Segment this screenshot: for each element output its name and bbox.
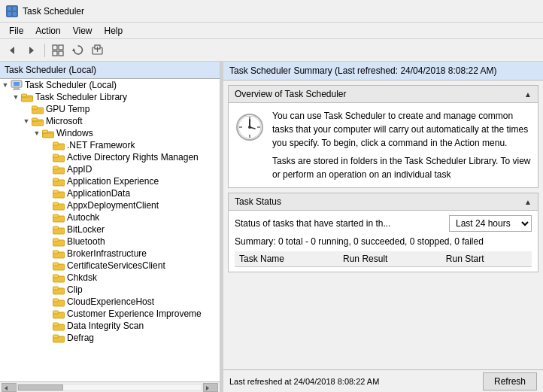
tree-item[interactable]: Bluetooth [0, 236, 220, 248]
svg-rect-60 [53, 323, 59, 326]
refresh-toolbar-button[interactable] [68, 42, 86, 59]
tree-item-label: Windows [56, 128, 93, 138]
tree-item[interactable]: Customer Experience Improveme [0, 308, 220, 320]
tree-item[interactable]: ▼ Microsoft [0, 115, 220, 127]
status-filter-label: Status of tasks that have started in th.… [235, 218, 443, 229]
menu-file[interactable]: File [3, 24, 29, 38]
svg-marker-63 [5, 386, 8, 390]
tree-item[interactable]: CloudExperienceHost [0, 296, 220, 308]
overview-text-2: Tasks are stored in folders in the Task … [272, 154, 532, 181]
tree-item[interactable]: AppxDeploymentClient [0, 199, 220, 211]
tree-item-label: Autochk [67, 212, 99, 223]
status-bar: Last refreshed at 24/04/2018 8:08:22 AM … [223, 369, 543, 392]
back-button[interactable] [3, 42, 21, 59]
svg-rect-36 [53, 178, 59, 181]
right-pane-body[interactable]: Overview of Task Scheduler ▲ [223, 81, 543, 369]
right-pane-header: Task Scheduler Summary (Last refreshed: … [223, 62, 543, 81]
tree-item-label: CloudExperienceHost [67, 296, 154, 307]
tree-item[interactable]: AppID [0, 163, 220, 175]
svg-rect-62 [53, 335, 59, 338]
tree-item[interactable]: ▼ Windows [0, 127, 220, 139]
tree-expand-arrow[interactable]: ▼ [21, 117, 32, 125]
refresh-button[interactable]: Refresh [483, 372, 537, 390]
hscroll-right-arrow[interactable] [203, 383, 218, 392]
export-button[interactable] [88, 42, 106, 59]
tree-item[interactable]: GPU Temp [0, 103, 220, 115]
tree-item[interactable]: ApplicationData [0, 187, 220, 199]
tree-item[interactable]: ▼ Task Scheduler Library [0, 91, 220, 103]
overview-section-body: You can use Task Scheduler to create and… [228, 103, 538, 188]
tree-view[interactable]: ▼ Task Scheduler (Local)▼ Task Scheduler… [0, 79, 220, 381]
tree-item[interactable]: BrokerInfrastructure [0, 248, 220, 260]
tree-item-label: Microsoft [46, 116, 83, 126]
time-range-dropdown[interactable]: Last hourLast 24 hoursLast 7 daysLast 30… [449, 215, 532, 232]
tree-expand-arrow[interactable]: ▼ [32, 129, 42, 137]
svg-rect-42 [53, 214, 59, 217]
svg-rect-17 [13, 89, 20, 90]
svg-rect-2 [8, 12, 11, 16]
menu-action[interactable]: Action [29, 24, 66, 38]
folder-icon [53, 284, 65, 295]
export-icon [92, 44, 103, 56]
svg-rect-22 [32, 106, 38, 109]
task-table-header-start: Run Start [441, 251, 532, 267]
folder-icon [53, 248, 65, 259]
tree-item[interactable]: Clip [0, 284, 220, 296]
folder-icon [21, 92, 33, 102]
refresh-icon [72, 44, 83, 56]
tree-item[interactable]: Active Directory Rights Managen [0, 151, 220, 163]
svg-rect-40 [53, 202, 59, 205]
svg-rect-32 [53, 154, 59, 157]
folder-icon [53, 140, 65, 150]
svg-rect-48 [53, 251, 59, 254]
tree-item[interactable]: Chkdsk [0, 272, 220, 284]
forward-button[interactable] [23, 42, 41, 59]
tree-item[interactable]: Defrag [0, 332, 220, 344]
properties-icon [52, 44, 64, 56]
svg-marker-5 [29, 47, 34, 54]
tree-item-label: ApplicationData [67, 188, 130, 199]
menu-view[interactable]: View [67, 24, 99, 38]
folder-icon [42, 128, 54, 138]
tree-item[interactable]: ▼ Task Scheduler (Local) [0, 79, 220, 91]
properties-button[interactable] [49, 42, 67, 59]
tree-item-label: CertificateServicesClient [67, 260, 165, 271]
tree-item[interactable]: .NET Framework [0, 139, 220, 151]
menu-help[interactable]: Help [99, 24, 129, 38]
horizontal-scrollbar[interactable] [0, 381, 220, 392]
svg-rect-0 [8, 7, 11, 11]
hscroll-thumb[interactable] [18, 384, 63, 390]
overview-text-1: You can use Task Scheduler to create and… [272, 109, 532, 150]
task-status-section-header[interactable]: Task Status ▲ [228, 193, 538, 211]
svg-rect-30 [53, 142, 59, 145]
left-pane-header: Task Scheduler (Local) [0, 62, 220, 79]
task-status-collapse-btn[interactable]: ▲ [524, 198, 532, 206]
clock-icon [235, 112, 265, 142]
tree-item[interactable]: BitLocker [0, 223, 220, 236]
svg-rect-15 [14, 82, 20, 86]
tree-item[interactable]: Autochk [0, 211, 220, 223]
tree-item[interactable]: Data Integrity Scan [0, 320, 220, 332]
tree-item[interactable]: Application Experience [0, 175, 220, 187]
folder-icon [53, 212, 65, 223]
svg-rect-7 [59, 45, 63, 50]
tree-item-label: Customer Experience Improveme [67, 308, 202, 319]
tree-item-label: Chkdsk [67, 272, 97, 283]
title-bar: Task Scheduler [0, 0, 543, 23]
overview-section-header[interactable]: Overview of Task Scheduler ▲ [228, 85, 538, 103]
right-pane: Task Scheduler Summary (Last refreshed: … [223, 62, 543, 392]
folder-icon [53, 308, 65, 319]
folder-icon [53, 236, 65, 247]
tree-item[interactable]: CertificateServicesClient [0, 260, 220, 272]
svg-rect-1 [13, 7, 17, 11]
task-status-title: Task Status [235, 196, 281, 207]
overview-collapse-btn[interactable]: ▲ [524, 90, 532, 99]
title-bar-text: Task Scheduler [23, 6, 84, 17]
tree-item-label: .NET Framework [67, 140, 135, 150]
tree-item-label: Bluetooth [67, 236, 105, 247]
svg-rect-54 [53, 287, 59, 290]
hscroll-left-arrow[interactable] [2, 383, 17, 392]
tree-expand-arrow[interactable]: ▼ [0, 81, 11, 89]
tree-item-label: AppID [67, 164, 92, 175]
tree-expand-arrow[interactable]: ▼ [11, 93, 21, 101]
